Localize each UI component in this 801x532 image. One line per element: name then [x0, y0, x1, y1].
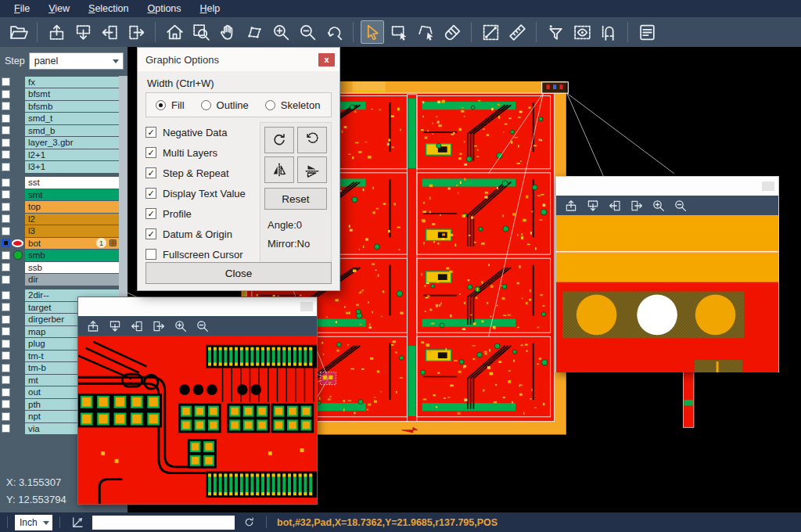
layer-visibility-checkbox[interactable]: [2, 275, 10, 284]
zoom-previous-button[interactable]: [322, 20, 346, 44]
checkbox-step-repeat[interactable]: ✓Step & Repeat: [145, 163, 260, 183]
select-pointer-button[interactable]: [361, 20, 384, 44]
close-button[interactable]: Close: [145, 262, 332, 284]
zoom-out-button[interactable]: [196, 319, 210, 333]
layer-row-smd_t[interactable]: smd_t: [0, 113, 128, 125]
layer-visibility-checkbox[interactable]: [2, 400, 10, 408]
layer-visibility-checkbox[interactable]: [2, 364, 10, 372]
menu-help[interactable]: Help: [191, 3, 230, 14]
select-polygon-button[interactable]: [414, 20, 437, 44]
move-up-button[interactable]: [86, 319, 100, 333]
layer-visibility-checkbox[interactable]: [2, 388, 10, 397]
layer-visibility-checkbox[interactable]: [2, 77, 10, 86]
mirror-horizontal-button[interactable]: [264, 156, 294, 183]
layer-row-l2[interactable]: l2: [0, 213, 128, 225]
dialog-titlebar[interactable]: Graphic Options x: [138, 48, 339, 71]
layer-visibility-checkbox[interactable]: [2, 178, 10, 187]
zoom-window-right[interactable]: [555, 176, 779, 372]
layer-visibility-checkbox[interactable]: [2, 340, 10, 348]
layer-visibility-checkbox[interactable]: [2, 102, 10, 110]
radio-fill[interactable]: Fill: [156, 99, 185, 111]
measure-distance-button[interactable]: [479, 20, 502, 44]
open-file-button[interactable]: [6, 20, 30, 44]
menu-view[interactable]: View: [39, 3, 79, 14]
checkbox-multi-layers[interactable]: ✓Multi Layers: [145, 142, 260, 163]
rotate-cw-button[interactable]: [264, 127, 294, 153]
home-view-button[interactable]: [163, 20, 186, 44]
layer-row-smt[interactable]: smt: [0, 189, 128, 201]
move-up-button[interactable]: [45, 20, 68, 44]
layer-row-fx[interactable]: fx: [0, 76, 128, 88]
layer-visibility-checkbox[interactable]: [2, 203, 10, 211]
zoom-out-button[interactable]: [296, 20, 319, 44]
layer-row-dir[interactable]: dir: [0, 274, 128, 286]
dialog-close-button[interactable]: x: [318, 53, 335, 66]
layer-row-smb[interactable]: smb: [0, 250, 128, 262]
move-up-button[interactable]: [564, 199, 578, 213]
select-rectangle-button[interactable]: [387, 20, 411, 44]
pan-button[interactable]: [216, 20, 239, 44]
step-select[interactable]: panel: [29, 52, 124, 70]
layer-row-l2+1[interactable]: l2+1: [0, 149, 128, 161]
window-button[interactable]: [300, 302, 313, 311]
zoom-out-button[interactable]: [673, 199, 688, 213]
layer-row-bfsmb[interactable]: bfsmb: [0, 100, 128, 113]
layer-visibility-checkbox[interactable]: [2, 303, 10, 311]
filter-button[interactable]: [544, 20, 567, 44]
layer-visibility-checkbox[interactable]: [2, 190, 10, 199]
layer-row-smd_b[interactable]: smd_b: [0, 124, 128, 137]
layer-row-top[interactable]: top: [0, 201, 128, 214]
reset-button[interactable]: Reset: [264, 188, 327, 210]
zoom-window-left-content[interactable]: [78, 336, 317, 504]
layer-visibility-checkbox[interactable]: [2, 150, 10, 159]
layer-visibility-checkbox[interactable]: [2, 351, 10, 360]
zoom-in-button[interactable]: [174, 319, 188, 333]
radio-outline[interactable]: Outline: [201, 99, 249, 111]
move-left-button[interactable]: [608, 199, 622, 213]
zoom-window-button[interactable]: [189, 20, 213, 44]
checkbox-datum-origin[interactable]: ✓Datum & Origin: [145, 224, 260, 244]
layer-visibility-checkbox[interactable]: [2, 291, 10, 300]
zoom-window-right-titlebar[interactable]: [556, 177, 778, 196]
layer-visibility-checkbox[interactable]: [2, 315, 10, 324]
mirror-vertical-button[interactable]: [297, 156, 327, 183]
layer-row-ssb[interactable]: ssb: [0, 261, 128, 274]
menu-file[interactable]: File: [5, 3, 39, 14]
layer-visibility-checkbox[interactable]: [2, 163, 10, 171]
rotate-ccw-button[interactable]: [297, 127, 327, 153]
move-down-button[interactable]: [71, 20, 95, 44]
layer-visibility-checkbox[interactable]: [2, 227, 10, 235]
menu-options[interactable]: Options: [138, 3, 190, 14]
layer-visibility-checkbox[interactable]: [2, 424, 10, 433]
layer-row-l3+1[interactable]: l3+1: [0, 161, 128, 174]
radio-skeleton[interactable]: Skeleton: [265, 99, 321, 111]
menu-selection[interactable]: Selection: [79, 3, 138, 14]
view-area-button[interactable]: [242, 20, 266, 44]
window-button[interactable]: [762, 182, 774, 191]
layer-visibility-checkbox[interactable]: [2, 412, 10, 421]
zoom-in-button[interactable]: [269, 20, 293, 44]
layer-visibility-checkbox[interactable]: [2, 138, 10, 147]
zoom-window-right-content[interactable]: [556, 215, 778, 372]
move-right-button[interactable]: [152, 319, 166, 333]
zoom-window-left[interactable]: [77, 297, 318, 505]
move-down-button[interactable]: [108, 319, 122, 333]
move-right-button[interactable]: [630, 199, 644, 213]
layer-row-layer_3.gbr[interactable]: layer_3.gbr: [0, 137, 128, 149]
layer-table-button[interactable]: [635, 20, 659, 44]
clean-button[interactable]: [440, 20, 464, 44]
move-left-button[interactable]: [130, 319, 144, 333]
layer-visibility-checkbox[interactable]: [2, 376, 10, 384]
refresh-icon[interactable]: [242, 516, 256, 529]
layer-row-l3[interactable]: l3: [0, 225, 128, 238]
layer-visibility-checkbox[interactable]: [2, 239, 10, 247]
command-input[interactable]: [92, 516, 235, 530]
move-left-button[interactable]: [98, 20, 121, 44]
draft-angle-icon[interactable]: [70, 516, 84, 530]
move-right-button[interactable]: [124, 20, 148, 44]
layer-visibility-checkbox[interactable]: [2, 214, 10, 223]
layer-row-bfsmt[interactable]: bfsmt: [0, 88, 128, 101]
unit-select[interactable]: Inch: [15, 515, 52, 530]
layer-visibility-checkbox[interactable]: [2, 90, 10, 99]
snap-button[interactable]: [597, 20, 620, 44]
